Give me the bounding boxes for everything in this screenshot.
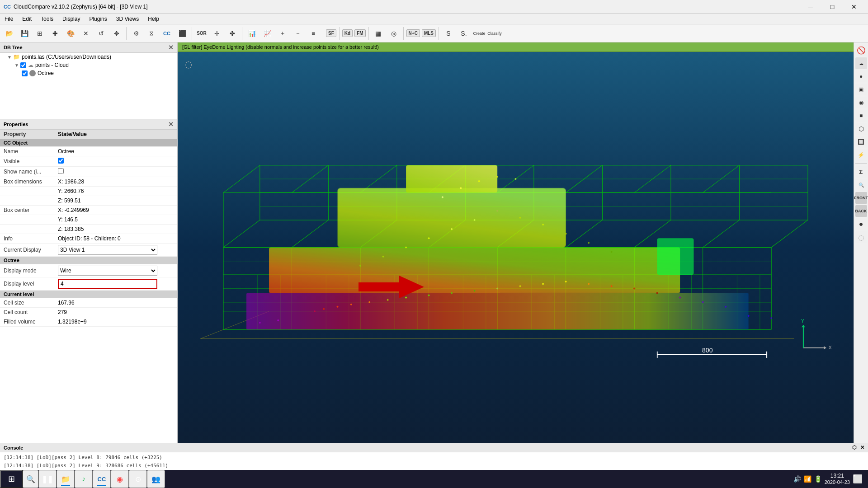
taskbar-teams[interactable]: 👥 (147, 470, 165, 488)
tb-create[interactable]: Create (472, 26, 486, 41)
taskbar-cc[interactable]: CC (93, 470, 111, 488)
taskbar-spotify[interactable]: ♪ (75, 470, 93, 488)
prop-dispmode-val[interactable]: Wire (54, 264, 177, 277)
close-button[interactable]: ✕ (844, 0, 864, 14)
menu-plugins[interactable]: Plugins (85, 14, 111, 23)
right-lightning-icon[interactable]: ⚡ (855, 149, 867, 161)
tb-cross2[interactable]: ✤ (225, 26, 240, 41)
showname-checkbox[interactable] (58, 168, 64, 174)
tray-show-desktop[interactable]: ⬜ (853, 474, 863, 484)
tb-cross[interactable]: ✛ (210, 26, 224, 41)
prop-cellsize-val: 167.96 (54, 298, 177, 308)
dbtree-close[interactable]: ✕ (168, 44, 174, 51)
tb-plus[interactable]: ＋ (275, 26, 290, 41)
prop-showname-val[interactable] (54, 167, 177, 177)
prop-cellcount-key: Cell count (0, 308, 54, 317)
right-sigma-icon[interactable]: Σ (855, 166, 867, 178)
tree-file-label: points.las (C:/Users/user/Downloads) (22, 54, 111, 60)
right-border-icon[interactable]: 🔲 (855, 136, 867, 148)
tb-open[interactable]: 📂 (2, 26, 16, 41)
taskbar: ⊞ 🔍 ❚❚ 📁 ♪ CC ◉ ⊙ 👥 🔊 📶 🔋 13:21 2020-04-… (0, 470, 868, 488)
minimize-button[interactable]: ─ (800, 0, 821, 14)
right-color-icon[interactable]: ● (855, 218, 867, 230)
prop-display-val[interactable]: 3D View 1 (54, 244, 177, 257)
octree-dot-icon (29, 70, 36, 76)
console-popout[interactable]: ⬡ (852, 445, 857, 450)
prop-boxdim-y-key (0, 187, 54, 196)
tb-delete[interactable]: ✕ (79, 26, 93, 41)
prop-displevel-val[interactable] (54, 277, 177, 291)
tb-sphere[interactable]: ◎ (387, 26, 401, 41)
prop-cellcount-val: 279 (54, 308, 177, 317)
tb-sep3 (242, 27, 242, 40)
tray-network[interactable]: 📶 (804, 475, 811, 483)
tb-s1[interactable]: S (441, 26, 456, 41)
tb-sor[interactable]: SOR (194, 26, 209, 41)
tb-chart[interactable]: 📊 (245, 26, 259, 41)
taskbar-explorer[interactable]: 📁 (57, 470, 75, 488)
taskbar-clock[interactable]: 13:21 2020-04-23 (825, 473, 850, 485)
right-circle-icon[interactable]: ● (855, 70, 867, 82)
octree-visibility-check[interactable] (22, 70, 28, 76)
tb-points[interactable]: ⬛ (175, 26, 189, 41)
tb-screen[interactable]: ▦ (371, 26, 386, 41)
svg-text:X: X (828, 345, 832, 350)
console-close[interactable]: ✕ (860, 445, 864, 450)
right-dot-icon[interactable]: ◉ (855, 97, 867, 108)
tb-cc[interactable]: CC (160, 26, 174, 41)
tree-item-octree[interactable]: Octree (0, 69, 177, 77)
visible-checkbox[interactable] (58, 158, 64, 164)
right-hex-icon[interactable]: ⬡ (855, 123, 867, 135)
tb-move[interactable]: ✥ (109, 26, 124, 41)
search-button[interactable]: 🔍 (23, 470, 38, 488)
prop-name-key: Name (0, 147, 54, 156)
right-square-icon[interactable]: ■ (855, 110, 867, 122)
props-close[interactable]: ✕ (168, 121, 174, 128)
tb-save[interactable]: 💾 (17, 26, 32, 41)
svg-rect-70 (338, 188, 566, 247)
right-back-icon[interactable]: BACK (855, 205, 867, 217)
tb-add[interactable]: ✚ (48, 26, 62, 41)
taskbar-chrome[interactable]: ◉ (111, 470, 129, 488)
menu-display[interactable]: Display (58, 14, 85, 23)
menu-help[interactable]: Help (143, 14, 164, 23)
menu-edit[interactable]: Edit (18, 14, 36, 23)
tb-filter[interactable]: ⧖ (144, 26, 159, 41)
right-zoom-icon[interactable]: 🔍 (855, 179, 867, 191)
maximize-button[interactable]: □ (822, 0, 843, 14)
right-stop-icon[interactable]: 🚫 (855, 44, 867, 56)
display-level-input[interactable] (58, 279, 157, 289)
svg-point-112 (748, 315, 750, 317)
tray-battery[interactable]: 🔋 (814, 475, 822, 483)
tb-minus[interactable]: － (291, 26, 305, 41)
display-mode-select[interactable]: Wire (58, 266, 157, 276)
right-color2-icon[interactable]: ◌ (855, 231, 867, 243)
taskbar-taskview[interactable]: ❚❚ (38, 470, 57, 488)
tb-chart2[interactable]: 📈 (260, 26, 274, 41)
menu-tools[interactable]: Tools (36, 14, 58, 23)
tb-classify[interactable]: Classify (487, 26, 502, 41)
svg-point-90 (679, 297, 681, 299)
view3d-container[interactable]: ◌ (178, 52, 854, 443)
prop-visible-val[interactable] (54, 156, 177, 167)
right-front-icon[interactable]: FRONT (855, 192, 867, 204)
taskbar-app2[interactable]: ⊙ (129, 470, 147, 488)
tray-sound[interactable]: 🔊 (793, 475, 801, 483)
tb-more[interactable]: ≡ (306, 26, 321, 41)
props-col-header: Property State/Value (0, 130, 177, 139)
menu-file[interactable]: File (0, 14, 18, 23)
tb-settings[interactable]: ⚙ (129, 26, 143, 41)
tree-item-file[interactable]: ▼ 📁 points.las (C:/Users/user/Downloads) (0, 53, 177, 61)
tb-s2[interactable]: S. (457, 26, 471, 41)
dbtree-title: DB Tree (4, 45, 23, 50)
start-button[interactable]: ⊞ (0, 470, 23, 488)
current-display-select[interactable]: 3D View 1 (58, 245, 157, 255)
right-cloud-icon[interactable]: ☁ (855, 57, 867, 69)
tb-paint[interactable]: 🎨 (63, 26, 78, 41)
cloud-visibility-check[interactable] (20, 62, 26, 68)
menu-3dviews[interactable]: 3D Views (112, 14, 143, 23)
right-grid-icon[interactable]: ▣ (855, 84, 867, 95)
tb-rotate[interactable]: ↺ (94, 26, 108, 41)
tb-grid[interactable]: ⊞ (33, 26, 47, 41)
tree-item-cloud[interactable]: ▼ ☁ points - Cloud (0, 61, 177, 69)
